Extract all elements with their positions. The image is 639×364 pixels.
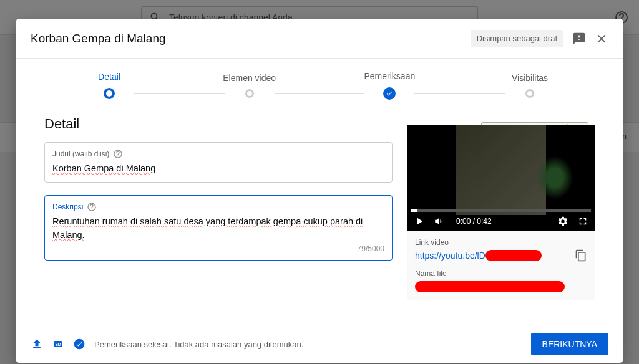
upload-modal: Korban Gempa di Malang Disimpan sebagai … <box>16 19 623 363</box>
video-link[interactable]: https://youtu.be/lD <box>415 251 485 261</box>
close-icon[interactable] <box>595 32 608 46</box>
time-display: 0:00 / 0:42 <box>456 217 492 226</box>
video-meta: Link video https://youtu.be/lD Nama file <box>407 231 595 300</box>
video-preview[interactable]: 0:00 / 0:42 <box>407 125 595 231</box>
fullscreen-icon[interactable] <box>577 216 588 227</box>
svg-point-4 <box>74 339 85 350</box>
step-checks[interactable]: Pemeriksaan <box>364 71 414 100</box>
link-label: Link video <box>415 238 587 247</box>
section-title: Detail <box>44 116 393 132</box>
description-field[interactable]: Deskripsi Reruntuhan rumah di salah satu… <box>44 195 393 261</box>
modal-body: Detail Judul (wajib diisi) Korban Gempa … <box>16 106 623 325</box>
play-icon[interactable] <box>414 216 425 227</box>
step-detail[interactable]: Detail <box>84 72 134 99</box>
feedback-icon[interactable] <box>572 32 586 46</box>
svg-text:SD: SD <box>55 342 61 347</box>
gear-icon[interactable] <box>557 216 568 227</box>
upload-icon[interactable] <box>31 338 43 350</box>
file-label: Nama file <box>415 269 587 278</box>
copy-icon[interactable] <box>575 249 587 262</box>
sd-icon[interactable]: SD <box>52 338 64 350</box>
step-elements[interactable]: Elemen video <box>225 73 275 98</box>
video-thumb <box>456 125 546 215</box>
player-controls: 0:00 / 0:42 <box>407 212 595 231</box>
help-icon[interactable] <box>87 202 97 212</box>
char-counter: 79/5000 <box>52 244 384 253</box>
draft-status: Disimpan sebagai draf <box>471 30 563 47</box>
title-field[interactable]: Judul (wajib diisi) Korban Gempa di Mala… <box>44 142 393 183</box>
check-circle-icon <box>73 338 85 350</box>
help-icon[interactable] <box>113 149 123 159</box>
volume-icon[interactable] <box>434 216 445 227</box>
modal-footer: SD Pemeriksaan selesai. Tidak ada masala… <box>16 325 623 363</box>
step-visibility[interactable]: Visibilitas <box>505 73 555 98</box>
stepper: Detail Elemen video Pemeriksaan Visibili… <box>16 59 623 106</box>
description-input[interactable]: Reruntuhan rumah di salah satu desa yang… <box>52 215 384 242</box>
title-input[interactable]: Korban Gempa di Malang <box>52 162 384 176</box>
next-button[interactable]: BERIKUTNYA <box>531 333 608 355</box>
form-column: Detail Judul (wajib diisi) Korban Gempa … <box>44 116 393 315</box>
check-status: Pemeriksaan selesai. Tidak ada masalah y… <box>94 340 303 349</box>
redacted <box>485 250 542 261</box>
preview-column: ▶ Download this video ? ✕ 0:00 / 0:42 <box>407 116 595 315</box>
modal-title: Korban Gempa di Malang <box>31 32 166 46</box>
modal-header: Korban Gempa di Malang Disimpan sebagai … <box>16 19 623 59</box>
redacted <box>415 281 565 292</box>
